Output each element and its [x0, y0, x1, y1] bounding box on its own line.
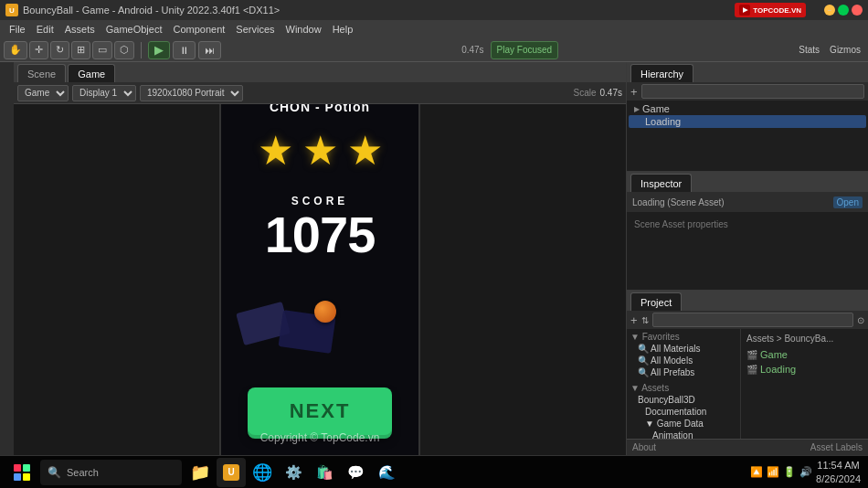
asset-labels[interactable]: Asset Labels — [810, 442, 863, 452]
maximize-button[interactable] — [838, 5, 849, 16]
inspector-tab-bar: Inspector — [627, 172, 868, 192]
tray-icon-1[interactable]: 🔼 — [750, 466, 763, 478]
game-title: CHON - Potion — [221, 104, 418, 114]
menu-window[interactable]: Window — [281, 20, 327, 38]
taskbar-app-chrome[interactable]: 🌐 — [248, 458, 277, 487]
proj-item-gamedata[interactable]: ▼ Game Data — [629, 418, 738, 430]
project-toolbar: + ⇅ ⊙ — [627, 311, 868, 329]
taskbar-app-settings[interactable]: ⚙️ — [279, 458, 308, 487]
assets-header[interactable]: ▼ Assets — [629, 381, 738, 394]
taskbar-app-files[interactable]: 📁 — [185, 458, 215, 487]
project-add-btn[interactable]: + — [630, 313, 638, 327]
taskbar: 🔍 Search 📁 U 🌐 ⚙️ 🛍️ 💬 🌊 🔼 📶 🔋 🔊 11:54 A… — [0, 455, 868, 488]
game-viewport: CHON - Potion ★ ★ ★ SCORE 1075 — [14, 104, 626, 455]
resolution-select[interactable]: 1920x1080 Portrait — [140, 85, 243, 101]
hand-tool[interactable]: ✋ — [4, 41, 27, 59]
hierarchy-item-game[interactable]: ▶ Game — [629, 102, 866, 115]
clock[interactable]: 11:54 AM 8/26/2024 — [816, 459, 861, 485]
taskbar-app-store[interactable]: 🛍️ — [310, 458, 339, 487]
title-bar-text: BouncyBall - Game - Android - Unity 2022… — [23, 5, 735, 16]
volume-icon[interactable]: 🔊 — [799, 466, 812, 478]
windows-logo — [14, 464, 30, 481]
tab-project[interactable]: Project — [630, 292, 682, 311]
game-view-toolbar: Game Display 1 1920x1080 Portrait Scale … — [14, 82, 626, 104]
tab-inspector[interactable]: Inspector — [630, 174, 692, 192]
scale-value: 0.47s — [600, 88, 622, 98]
start-button[interactable] — [7, 460, 37, 485]
star-2: ★ — [302, 131, 338, 171]
hierarchy-add-btn[interactable]: + — [630, 85, 638, 99]
asset-item-game[interactable]: 🎬 Game — [745, 347, 864, 362]
menu-services[interactable]: Services — [230, 20, 280, 38]
hierarchy-tab-bar: Hierarchy — [627, 62, 868, 82]
menu-assets[interactable]: Assets — [59, 20, 101, 38]
proj-item-all-prefabs[interactable]: 🔍 All Prefabs — [629, 366, 738, 378]
step-button[interactable]: ⏭ — [198, 41, 221, 59]
stats-button[interactable]: Stats — [795, 45, 823, 55]
right-panels: Hierarchy + ▶ Game Loading Inspector — [626, 62, 868, 455]
game-display-select[interactable]: Game — [17, 85, 69, 101]
minimize-button[interactable]: − — [824, 5, 835, 16]
status-bar-right: About Asset Labels — [627, 439, 868, 455]
menu-gameobject[interactable]: GameObject — [101, 20, 168, 38]
proj-item-all-models[interactable]: 🔍 All Models — [629, 355, 738, 366]
floating-objects — [230, 293, 413, 357]
proj-item-bouncyball3d[interactable]: BouncyBall3D — [629, 394, 738, 406]
inspector-toolbar: Loading (Scene Asset) Open — [627, 192, 868, 212]
open-button[interactable]: Open — [833, 196, 863, 208]
taskbar-app-unity[interactable]: U — [217, 458, 246, 487]
assets-path: Assets > BouncyBa... — [745, 333, 864, 345]
inspector-panel: Inspector Loading (Scene Asset) Open Sce… — [627, 172, 868, 291]
proj-item-all-materials[interactable]: 🔍 All Materials — [629, 343, 738, 355]
wifi-icon[interactable]: 📶 — [767, 466, 779, 478]
battery-icon[interactable]: 🔋 — [783, 466, 796, 478]
project-panel: Project + ⇅ ⊙ ▼ Favorites 🔍 All Material… — [627, 291, 868, 439]
tab-game[interactable]: Game — [68, 64, 115, 82]
next-button[interactable]: Next — [248, 387, 392, 435]
project-sort-btn[interactable]: ⇅ — [641, 315, 649, 325]
taskbar-search-text: Search — [67, 467, 99, 478]
tree-arrow-game: ▶ — [634, 105, 640, 113]
play-focused-button[interactable]: Play Focused — [491, 41, 559, 59]
toolbar-left-group: ✋ ✛ ↻ ⊞ ▭ ⬡ — [4, 41, 134, 59]
window-controls[interactable]: − — [824, 5, 863, 16]
center-area: Scene Game Game Display 1 1920x1080 Port… — [14, 62, 626, 455]
asset-item-loading[interactable]: 🎬 Loading — [745, 362, 864, 377]
hierarchy-search-input[interactable] — [641, 84, 864, 99]
rect-tool[interactable]: ▭ — [92, 41, 112, 59]
taskbar-app-6[interactable]: 🌊 — [372, 458, 401, 487]
menu-help[interactable]: Help — [327, 20, 359, 38]
move-tool[interactable]: ✛ — [29, 41, 48, 59]
tab-hierarchy[interactable]: Hierarchy — [630, 64, 693, 82]
taskbar-search-bar[interactable]: 🔍 Search — [40, 460, 182, 485]
pause-button[interactable]: ⏸ — [173, 41, 196, 59]
proj-item-animation[interactable]: Animation — [629, 430, 738, 439]
title-bar-icon: U — [5, 4, 18, 16]
project-content: ▼ Favorites 🔍 All Materials 🔍 All Models… — [627, 329, 868, 439]
project-search-input[interactable] — [652, 313, 853, 327]
system-tray: 🔼 📶 🔋 🔊 11:54 AM 8/26/2024 — [750, 459, 861, 485]
proj-item-documentation[interactable]: Documentation — [629, 406, 738, 418]
topcode-logo-text: TOPCODE.VN — [753, 6, 801, 15]
menu-edit[interactable]: Edit — [31, 20, 59, 38]
taskbar-app-5[interactable]: 💬 — [341, 458, 370, 487]
gizmos-button[interactable]: Gizmos — [826, 45, 864, 55]
hierarchy-item-loading[interactable]: Loading — [629, 115, 866, 128]
scale-label: Scale — [574, 88, 597, 98]
display-number-select[interactable]: Display 1 — [72, 85, 136, 101]
project-tab-bar: Project — [627, 291, 868, 311]
menu-component[interactable]: Component — [167, 20, 230, 38]
about-label[interactable]: About — [632, 442, 656, 452]
favorites-header[interactable]: ▼ Favorites — [629, 331, 738, 343]
scale-tool[interactable]: ⊞ — [71, 41, 90, 59]
play-button[interactable]: ▶ — [148, 41, 170, 59]
tab-scene[interactable]: Scene — [17, 64, 66, 82]
combined-tool[interactable]: ⬡ — [114, 41, 134, 59]
stars-container: ★ ★ ★ — [258, 131, 383, 171]
project-filter-btn[interactable]: ⊙ — [857, 315, 864, 325]
score-value: 1075 — [265, 209, 376, 260]
inspector-body: Scene Asset properties — [627, 212, 868, 290]
menu-file[interactable]: File — [4, 20, 31, 38]
rotate-tool[interactable]: ↻ — [50, 41, 69, 59]
close-button[interactable] — [852, 5, 863, 16]
